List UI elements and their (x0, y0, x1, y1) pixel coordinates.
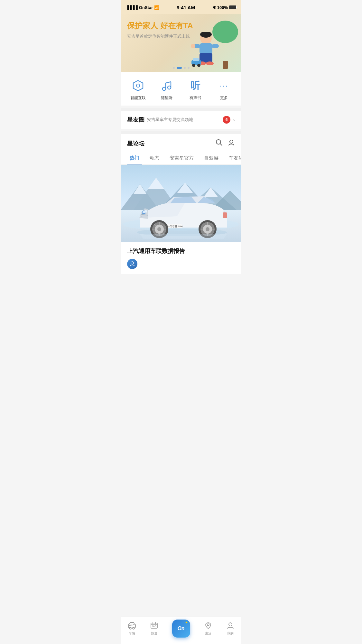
forum-section: 星论坛 热门 (121, 134, 241, 274)
chevron-right-icon: › (233, 117, 235, 123)
svg-point-57 (206, 227, 209, 231)
boy-illustration (190, 32, 222, 67)
more-dots-icon: ··· (217, 79, 231, 93)
status-bar: ▐▐▐▐ OnStar 📶 9:41 AM ✱ 100% (121, 0, 241, 14)
battery-percent: 100% (217, 5, 228, 10)
post-avatar-row (127, 259, 235, 269)
svg-point-62 (131, 262, 134, 264)
svg-rect-4 (212, 44, 219, 48)
star-friend-title: 星友圈 (127, 116, 144, 124)
status-time: 9:41 AM (177, 5, 195, 10)
action-label-0: 智能互联 (130, 95, 146, 101)
signal-icon: ▐▐▐▐ (126, 5, 138, 10)
tab-official[interactable]: 安吉星官方 (167, 151, 196, 164)
tab-roadtrip[interactable]: 自驾游 (201, 151, 221, 164)
battery-icon (229, 5, 236, 9)
dot-2-active[interactable] (177, 67, 182, 69)
action-music[interactable]: 随星听 (157, 79, 176, 101)
music-icon (160, 79, 174, 93)
status-right: ✱ 100% (212, 5, 236, 10)
svg-rect-2 (200, 43, 212, 54)
hexagon-icon (131, 79, 145, 93)
hero-banner[interactable]: 保护家人 好在有TA 安吉星首款定位智能硬件正式上线 (121, 14, 241, 72)
carrier-name: OnStar (139, 5, 153, 10)
svg-point-11 (197, 64, 200, 67)
listen-icon: 听 (188, 79, 202, 93)
dot-4[interactable] (188, 67, 190, 69)
svg-point-23 (230, 140, 233, 143)
car-illustration: 全新一代君越 28H (121, 165, 241, 242)
dot-3[interactable] (184, 67, 186, 69)
car-post[interactable]: 全新一代君越 28H (121, 165, 241, 274)
divider-1 (121, 108, 241, 111)
star-friend-subtitle: 安吉星车主专属交流领地 (147, 117, 220, 123)
tab-lifestyle[interactable]: 车友生活 (226, 151, 241, 164)
status-left: ▐▐▐▐ OnStar 📶 (126, 5, 159, 10)
forum-tabs: 热门 动态 安吉星官方 自驾游 车友生活 汽 (121, 151, 241, 165)
car-image-container: 全新一代君越 28H (121, 165, 241, 242)
search-icon[interactable] (216, 139, 223, 148)
dot-1[interactable] (173, 67, 175, 69)
svg-point-16 (162, 87, 166, 90)
svg-point-47 (157, 227, 161, 231)
action-more[interactable]: ··· 更多 (214, 79, 234, 101)
notification-badge: 6 (223, 116, 230, 124)
action-label-3: 更多 (220, 95, 228, 101)
svg-line-22 (220, 144, 222, 145)
post-title: 上汽通用车联数据报告 (127, 247, 235, 255)
tab-dynamic[interactable]: 动态 (147, 151, 162, 164)
tab-hot[interactable]: 热门 (127, 151, 142, 164)
svg-point-5 (191, 44, 195, 48)
user-icon[interactable] (228, 139, 235, 148)
svg-line-20 (166, 82, 171, 83)
forum-header: 星论坛 (121, 134, 241, 151)
bluetooth-icon: ✱ (212, 5, 216, 10)
forum-title: 星论坛 (127, 140, 216, 147)
action-label-1: 随星听 (161, 95, 172, 101)
svg-rect-12 (193, 58, 199, 61)
wifi-icon: 📶 (154, 5, 159, 10)
action-smart-connect[interactable]: 智能互联 (128, 79, 148, 101)
svg-point-10 (192, 64, 195, 67)
svg-point-17 (168, 86, 171, 89)
star-friend-section[interactable]: 星友圈 安吉星车主专属交流领地 6 › (121, 111, 241, 129)
svg-rect-41 (223, 212, 227, 218)
svg-point-14 (136, 84, 140, 87)
svg-point-8 (206, 61, 214, 65)
quick-actions: 智能互联 随星听 听 有声书 · (121, 72, 241, 106)
post-avatar (127, 259, 137, 269)
action-label-2: 有声书 (190, 95, 201, 101)
forum-actions (216, 139, 235, 148)
action-audiobook[interactable]: 听 有声书 (186, 79, 205, 101)
tree-trunk (223, 61, 228, 69)
divider-2 (121, 131, 241, 134)
svg-rect-6 (200, 53, 212, 63)
banner-pagination (173, 67, 190, 69)
post-info: 上汽通用车联数据报告 (121, 242, 241, 274)
